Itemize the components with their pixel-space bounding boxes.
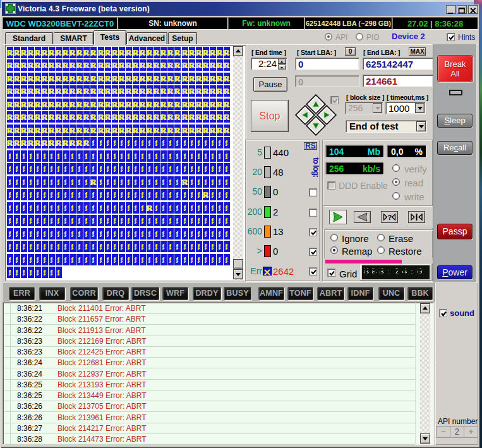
svg-text:?: ?	[388, 214, 392, 221]
